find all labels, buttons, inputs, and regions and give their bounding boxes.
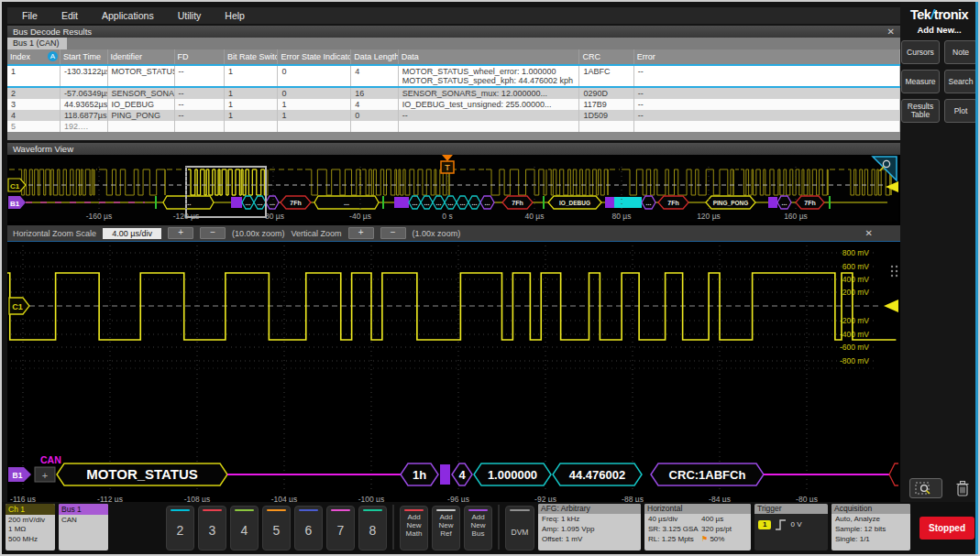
horizontal-badge[interactable]: Horizontal 40 µs/div400 µs SR: 3.125 GSA…	[644, 504, 751, 551]
trigger-source-badge: 1	[758, 520, 771, 529]
add-new-bus-button[interactable]: AddNewBus	[464, 506, 492, 551]
zoom-svg: 800 mV600 mV400 mV200 mV-200 mV-400 mV-6…	[7, 242, 898, 502]
table-cell: MOTOR_STATUS_wheel_error: 1.000000 MOTOR…	[398, 65, 579, 87]
afg-badge[interactable]: AFG: Arbitrary Freq: 1 kHz Amp: 1.095 Vp…	[538, 504, 641, 551]
ch1-badge-body: 200 mV/div 1 MΩ 500 MHz	[6, 515, 55, 545]
sort-ascending-icon[interactable]: A	[48, 51, 58, 61]
table-row[interactable]: 344.93652µsIO_DEBUG--114IO_DEBUG_test_un…	[7, 99, 900, 110]
channel-number: 5	[273, 511, 281, 550]
acquisition-badge[interactable]: Acquisition Auto, Analyze Sample: 12 bit…	[831, 504, 910, 551]
channel-7-button[interactable]: 7	[326, 506, 355, 551]
column-header[interactable]: IndexA	[7, 49, 60, 65]
svg-text:B1: B1	[13, 471, 23, 480]
hzoom-scale-value[interactable]: 4.00 µs/div	[103, 228, 161, 239]
overview-svg: ............7Fh........................7…	[7, 155, 898, 222]
channel-2-button[interactable]: 2	[166, 506, 194, 551]
channel-number: 6	[305, 511, 313, 550]
column-header[interactable]: Start Time	[60, 49, 107, 65]
dvm-button[interactable]: DVM	[505, 506, 534, 551]
column-header[interactable]: Error	[633, 49, 899, 65]
stripe	[404, 509, 424, 511]
run-stop-status-button[interactable]: Stopped	[919, 517, 974, 540]
vzoom-factor: (1.00x zoom)	[413, 229, 461, 238]
decode-field-value: 1h	[413, 468, 426, 482]
add-new-search-button[interactable]: Search	[944, 70, 977, 93]
menu-file[interactable]: File	[22, 10, 38, 21]
add-new-ref-button[interactable]: AddNewRef	[432, 506, 460, 551]
table-cell: --	[633, 87, 899, 99]
voltage-label: -400 mV	[840, 330, 869, 339]
add-new-cursors-button[interactable]: Cursors	[901, 40, 940, 64]
trash-icon[interactable]	[955, 480, 970, 497]
svg-text:B1: B1	[10, 200, 20, 208]
trigger-title: Trigger	[754, 504, 828, 514]
svg-text:...: ...	[258, 200, 263, 206]
zoom-select-button[interactable]	[909, 478, 942, 498]
add-new-plot-button[interactable]: Plot	[944, 99, 977, 123]
table-row[interactable]: 5192.…	[7, 121, 900, 132]
vzoom-plus-button[interactable]: +	[348, 227, 374, 239]
svg-text:...: ...	[782, 200, 787, 206]
channel-6-button[interactable]: 6	[294, 506, 323, 551]
channel-5-button[interactable]: 5	[262, 506, 291, 551]
channel-4-button[interactable]: 4	[230, 506, 259, 551]
table-cell: --	[633, 99, 899, 110]
channel-number: 3	[209, 511, 216, 550]
right-sidebar: Tek/tronix Add New... CursorsNoteMeasure…	[900, 2, 978, 502]
add-new-results-table-button[interactable]: Results Table	[901, 99, 940, 123]
zoom-close-icon[interactable]: ✕	[865, 228, 873, 238]
table-cell	[633, 121, 899, 132]
menu-applications[interactable]: Applications	[102, 10, 154, 21]
table-cell: 1D509	[579, 110, 633, 121]
hzoom-minus-button[interactable]: −	[200, 227, 226, 239]
close-icon[interactable]: ✕	[887, 27, 895, 37]
table-cell	[174, 121, 225, 132]
menu-utility[interactable]: Utility	[178, 10, 202, 21]
channel-3-button[interactable]: 3	[198, 506, 226, 551]
table-cell: -130.3122µs	[60, 65, 107, 87]
zoom-time-label: -100 µs	[358, 495, 385, 502]
add-new-math-button[interactable]: AddNewMath	[400, 506, 428, 551]
table-cell: --	[174, 87, 225, 99]
menu-help[interactable]: Help	[225, 10, 245, 21]
bus1-badge[interactable]: Bus 1 CAN	[59, 504, 108, 551]
stripe	[436, 509, 456, 511]
column-header[interactable]: Error State Indicator	[278, 49, 351, 65]
tab-bus1-can[interactable]: Bus 1 (CAN)	[7, 38, 67, 49]
add-new-measure-button[interactable]: Measure	[901, 70, 940, 93]
hzoom-plus-button[interactable]: +	[168, 227, 193, 239]
overview-time-label: -40 µs	[349, 212, 371, 221]
zoom-time-label: -88 µs	[622, 495, 644, 502]
add-new-label: Add New...	[917, 25, 961, 35]
table-row[interactable]: 4118.6877µsPING_PONG--110--1D509--	[7, 110, 900, 121]
column-header[interactable]: Bit Rate Switch	[225, 49, 278, 65]
oscilloscope-app: File Edit Applications Utility Help Bus …	[0, 0, 980, 556]
column-header[interactable]: Data	[398, 49, 579, 65]
trigger-badge[interactable]: Trigger 1 0 V	[754, 504, 828, 551]
rising-edge-icon	[775, 519, 787, 530]
table-cell: --	[174, 65, 225, 87]
column-header[interactable]: CRC	[579, 49, 633, 65]
table-row[interactable]: 2-57.06349µsSENSOR_SONARS--1016SENSOR_SO…	[7, 87, 900, 99]
bus-expand-plus-button[interactable]: +	[35, 467, 55, 482]
overview-time-label: -80 µs	[262, 212, 284, 221]
zoom-time-label: -112 µs	[97, 495, 123, 502]
right-accent-strip	[975, 2, 978, 554]
table-cell: 1	[7, 65, 60, 87]
table-cell: 0	[278, 87, 351, 99]
add-new-note-button[interactable]: Note	[944, 40, 977, 64]
column-header[interactable]: Data Length	[351, 49, 399, 65]
table-row[interactable]: 1-130.3122µsMOTOR_STATUS--104MOTOR_STATU…	[7, 65, 900, 87]
column-header[interactable]: FD	[174, 49, 225, 65]
ch1-badge[interactable]: Ch 1 200 mV/div 1 MΩ 500 MHz	[6, 504, 55, 551]
settings-bar: Ch 1 200 mV/div 1 MΩ 500 MHz Bus 1 CAN 2…	[2, 502, 978, 554]
channel-8-button[interactable]: 8	[358, 506, 387, 551]
channel-number: 2	[177, 511, 184, 550]
menu-edit[interactable]: Edit	[61, 10, 78, 21]
vzoom-minus-button[interactable]: −	[380, 227, 406, 239]
svg-text:...: ...	[424, 200, 430, 206]
column-header[interactable]: Identifier	[107, 49, 174, 65]
table-cell	[579, 121, 633, 132]
table-cell: 117B9	[579, 99, 633, 110]
overview-time-label: 160 µs	[784, 212, 808, 221]
